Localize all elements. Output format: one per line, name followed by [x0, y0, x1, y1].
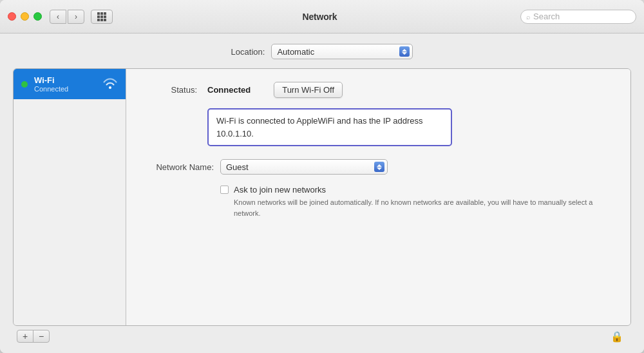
plus-icon: +: [23, 331, 28, 341]
location-select[interactable]: Automatic: [271, 44, 413, 59]
lock-button[interactable]: 🔒: [611, 330, 623, 343]
network-name-label: Network Name:: [146, 162, 214, 172]
location-label: Location:: [231, 47, 265, 57]
checkbox-label: Ask to join new networks: [234, 185, 326, 195]
ask-join-checkbox[interactable]: [220, 186, 229, 194]
turn-wifi-button[interactable]: Turn Wi-Fi Off: [274, 82, 343, 98]
system-preferences-window: ‹ › Network ⌕ Search Location: Automatic: [0, 0, 644, 353]
close-button[interactable]: [8, 12, 16, 21]
sidebar-item-name: Wi-Fi: [34, 75, 96, 85]
lock-area: 🔒: [611, 330, 627, 343]
back-button[interactable]: ‹: [50, 10, 66, 24]
network-name-select-wrapper: Guest AppleWiFi: [220, 159, 388, 175]
status-row: Status: Connected Turn Wi-Fi Off: [146, 82, 611, 98]
sidebar-item-wifi[interactable]: Wi-Fi Connected: [14, 69, 126, 99]
remove-network-button[interactable]: −: [33, 330, 50, 343]
info-box: Wi-Fi is connected to AppleWiFi and has …: [207, 108, 452, 146]
network-name-row: Network Name: Guest AppleWiFi: [146, 159, 611, 175]
main-panel: Wi-Fi Connected Status:: [13, 68, 631, 326]
window-title: Network: [119, 12, 520, 22]
checkbox-row: Ask to join new networks: [220, 185, 611, 195]
maximize-button[interactable]: [33, 12, 42, 21]
minus-icon: −: [39, 331, 44, 341]
content-area: Location: Automatic Wi-Fi Connec: [0, 33, 644, 353]
wifi-icon: [102, 77, 118, 91]
grid-view-button[interactable]: [91, 10, 113, 24]
minimize-button[interactable]: [21, 12, 29, 21]
location-bar: Location: Automatic: [13, 44, 631, 59]
location-select-wrapper: Automatic: [271, 44, 413, 59]
sidebar-item-status: Connected: [34, 85, 96, 93]
forward-button[interactable]: ›: [68, 10, 84, 24]
checkbox-area: Ask to join new networks Known networks …: [220, 185, 611, 218]
network-name-select[interactable]: Guest AppleWiFi: [220, 159, 388, 175]
right-panel: Status: Connected Turn Wi-Fi Off Wi-Fi i…: [126, 69, 630, 325]
status-value: Connected: [207, 85, 251, 95]
nav-buttons: ‹ ›: [50, 10, 84, 24]
checkbox-description: Known networks will be joined automatica…: [234, 197, 611, 218]
sidebar: Wi-Fi Connected: [14, 69, 126, 325]
info-text: Wi-Fi is connected to AppleWiFi and has …: [216, 116, 423, 138]
grid-icon: [97, 12, 106, 21]
traffic-lights: [8, 12, 42, 21]
titlebar: ‹ › Network ⌕ Search: [0, 0, 644, 33]
search-icon: ⌕: [526, 13, 531, 21]
search-box[interactable]: ⌕ Search: [520, 10, 636, 24]
sidebar-item-text: Wi-Fi Connected: [34, 75, 96, 93]
bottom-toolbar: + − 🔒: [13, 326, 631, 347]
add-network-button[interactable]: +: [17, 330, 33, 343]
status-label: Status:: [146, 85, 197, 95]
search-placeholder: Search: [533, 12, 560, 21]
wifi-status-indicator: [21, 81, 28, 88]
lock-icon: 🔒: [611, 330, 623, 343]
